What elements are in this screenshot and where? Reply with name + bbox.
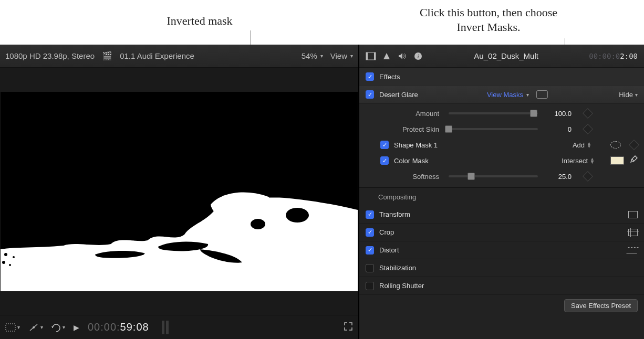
color-swatch[interactable] [610, 156, 624, 165]
svg-text:i: i [417, 53, 419, 59]
rolling-shutter-section[interactable]: Rolling Shutter [359, 277, 644, 295]
inspector-pane: i Au_02_Dusk_Mult 00:00:02:00 Effects De… [359, 45, 644, 339]
viewer-header: 1080p HD 23.98p, Stereo 🎬 01.1 Audi Expe… [0, 45, 358, 68]
chevron-down-icon: ▾ [40, 324, 43, 330]
zoom-value: 54% [302, 51, 317, 60]
keyframe-button[interactable] [583, 171, 593, 182]
inspector-tabs: i [366, 51, 423, 61]
effects-section-header[interactable]: Effects [359, 68, 644, 86]
effect-params: Amount 100.0 Protect Skin 0 Shape Mask 1… [359, 103, 644, 188]
svg-point-2 [251, 219, 265, 229]
clapperboard-icon: 🎬 [102, 51, 112, 61]
color-mask-checkbox[interactable] [380, 156, 389, 165]
stabilization-section[interactable]: Stabilization [359, 259, 644, 277]
stabilization-checkbox[interactable] [366, 264, 374, 272]
keyframe-button[interactable] [583, 108, 593, 119]
inspector-duration: 00:00:02:00 [589, 52, 638, 60]
hide-effect-button[interactable]: Hide ▾ [619, 91, 638, 99]
clip-appearance-menu[interactable]: ▾ [5, 323, 20, 332]
view-label: View [330, 51, 347, 60]
amount-value[interactable]: 100.0 [543, 110, 575, 118]
svg-rect-10 [366, 52, 368, 60]
tab-video[interactable] [366, 51, 376, 61]
retime-menu[interactable]: ▾ [51, 323, 65, 332]
transform-checkbox[interactable] [366, 210, 374, 219]
crop-checkbox[interactable] [366, 228, 374, 237]
mask-image [1, 92, 358, 291]
svg-point-5 [2, 261, 5, 264]
stepper-icon [590, 157, 595, 164]
svg-point-8 [33, 326, 35, 329]
callout-inverted-mask: Inverted mask [147, 14, 252, 28]
chevron-down-icon: ▾ [320, 53, 323, 59]
svg-rect-7 [6, 324, 15, 331]
tab-audio[interactable] [397, 51, 408, 61]
rolling-shutter-checkbox[interactable] [366, 282, 374, 290]
app-window: 1080p HD 23.98p, Stereo 🎬 01.1 Audi Expe… [0, 45, 644, 339]
svg-point-3 [4, 253, 7, 256]
apply-effect-masks-button[interactable] [536, 90, 548, 99]
param-softness: Softness 25.0 [359, 168, 644, 184]
inspector-body: Effects Desert Glare View Masks ▾ Hide ▾ [359, 68, 644, 339]
zoom-menu[interactable]: 54% ▾ [302, 51, 323, 60]
chevron-down-icon: ▾ [350, 53, 353, 59]
chevron-down-icon: ▾ [63, 324, 65, 330]
clip-title: 01.1 Audi Experience [120, 51, 194, 60]
param-amount: Amount 100.0 [359, 105, 644, 121]
transform-tool-menu[interactable]: ▾ [28, 323, 43, 332]
mask-preview[interactable] [1, 92, 358, 291]
inspector-header: i Au_02_Dusk_Mult 00:00:02:00 [359, 45, 644, 68]
softness-value[interactable]: 25.0 [543, 173, 575, 181]
play-button[interactable]: ▶ [74, 323, 79, 332]
eyedropper-button[interactable] [629, 155, 638, 166]
viewer-pane: 1080p HD 23.98p, Stereo 🎬 01.1 Audi Expe… [0, 45, 359, 339]
transform-reset-icon[interactable] [628, 211, 638, 218]
effect-row-desert-glare[interactable]: Desert Glare View Masks ▾ Hide ▾ [359, 86, 644, 103]
crop-icon[interactable] [628, 229, 638, 236]
keyframe-button[interactable] [583, 124, 593, 134]
inspector-clip-name: Au_02_Dusk_Mult [429, 51, 584, 60]
timecode-bright: 59:08 [120, 321, 149, 333]
svg-point-4 [13, 256, 15, 258]
keyframe-button[interactable] [629, 140, 639, 150]
timecode-dim: 00:00: [88, 321, 120, 333]
svg-rect-11 [374, 52, 376, 60]
format-info: 1080p HD 23.98p, Stereo [5, 51, 95, 60]
effects-checkbox[interactable] [366, 72, 374, 81]
transform-section[interactable]: Transform [359, 206, 644, 224]
effect-name: Desert Glare [379, 91, 418, 99]
param-shape-mask: Shape Mask 1 Add [359, 137, 644, 153]
protect-skin-value[interactable]: 0 [543, 125, 575, 133]
shape-mask-icon[interactable] [610, 141, 621, 149]
view-masks-menu[interactable]: View Masks ▾ [487, 91, 529, 99]
shape-mask-checkbox[interactable] [380, 141, 389, 149]
color-mask-mode-menu[interactable]: Intersect [558, 156, 598, 166]
transport-bar: ▾ ▾ ▾ ▶ 00:00:59:08 [0, 315, 358, 339]
distort-icon[interactable] [626, 247, 638, 253]
chevron-down-icon: ▾ [635, 92, 638, 98]
protect-skin-slider[interactable] [449, 128, 538, 130]
fullscreen-button[interactable] [344, 322, 353, 333]
crop-section[interactable]: Crop [359, 224, 644, 241]
compositing-section[interactable]: Compositing [359, 188, 644, 206]
tab-color[interactable] [381, 51, 392, 61]
chevron-down-icon: ▾ [17, 324, 20, 330]
param-color-mask: Color Mask Intersect [359, 153, 644, 168]
distort-checkbox[interactable] [366, 246, 374, 255]
distort-section[interactable]: Distort [359, 241, 644, 259]
effects-label: Effects [379, 73, 400, 81]
shape-mask-add-menu[interactable]: Add [569, 140, 595, 150]
stepper-icon [587, 142, 591, 148]
view-menu[interactable]: View ▾ [330, 51, 353, 60]
timecode-display[interactable]: 00:00:59:08 [88, 321, 149, 333]
callout-text: Click this button, then choose Invert Ma… [420, 6, 557, 34]
softness-slider[interactable] [449, 175, 538, 177]
save-effects-preset-button[interactable]: Save Effects Preset [564, 299, 638, 312]
callout-invert-masks-button: Click this button, then choose Invert Ma… [410, 5, 567, 34]
svg-point-1 [286, 208, 309, 223]
effect-checkbox[interactable] [366, 90, 374, 99]
tab-info[interactable]: i [413, 51, 423, 61]
amount-slider[interactable] [449, 112, 538, 114]
chevron-down-icon: ▾ [526, 92, 529, 98]
callout-text: Inverted mask [167, 14, 232, 27]
